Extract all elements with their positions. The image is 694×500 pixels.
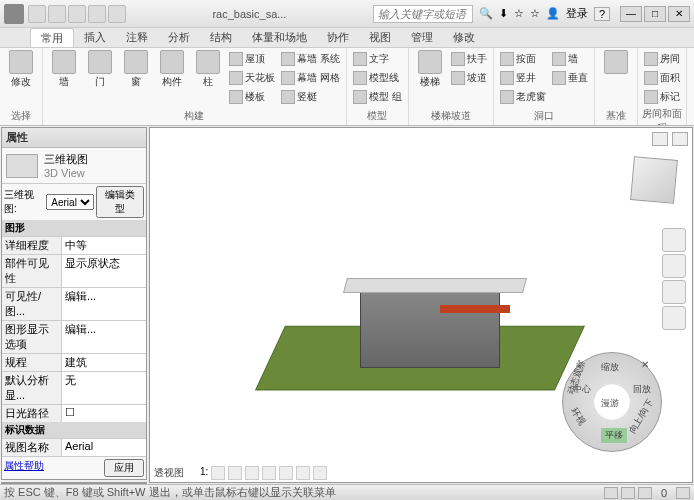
stair-button[interactable]: 楼梯 (413, 50, 447, 89)
crop-region-icon[interactable] (296, 466, 310, 480)
tab-manage[interactable]: 管理 (401, 28, 443, 47)
tag-icon (644, 90, 658, 104)
property-row[interactable]: 默认分析显...无 (2, 371, 146, 404)
help-button[interactable]: ? (594, 7, 610, 21)
design-options-icon[interactable] (621, 487, 635, 499)
minimize-button[interactable]: — (620, 6, 642, 22)
by-face-button[interactable]: 按面 (498, 50, 548, 68)
editable-only-icon[interactable] (638, 487, 652, 499)
login-label[interactable]: 登录 (566, 6, 588, 21)
window-icon (124, 50, 148, 74)
property-row[interactable]: 图形显示选项编辑... (2, 320, 146, 353)
edit-type-button[interactable]: 编辑类型 (96, 186, 144, 218)
qat-undo-icon[interactable] (68, 5, 86, 23)
wall-opening-button[interactable]: 墙 (550, 50, 590, 68)
view-restore-icon[interactable] (652, 132, 668, 146)
view-close-icon[interactable] (672, 132, 688, 146)
column-button[interactable]: 柱 (191, 50, 225, 89)
tab-view[interactable]: 视图 (359, 28, 401, 47)
door-button[interactable]: 门 (83, 50, 117, 89)
filter-icon[interactable] (676, 487, 690, 499)
property-row[interactable]: 可见性/图...编辑... (2, 287, 146, 320)
qat-redo-icon[interactable] (88, 5, 106, 23)
viewcube[interactable] (630, 156, 678, 204)
set-plane-button[interactable]: 设置 (691, 50, 694, 89)
type-name: 三维视图 (44, 152, 88, 167)
model-line-button[interactable]: 模型线 (351, 69, 404, 87)
qat-print-icon[interactable] (108, 5, 126, 23)
property-row[interactable]: 规程建筑 (2, 353, 146, 371)
floor-button[interactable]: 楼板 (227, 88, 277, 106)
infocenter-icon[interactable]: 🔍 (479, 7, 493, 20)
detail-level-icon[interactable] (211, 466, 225, 480)
roof-icon (229, 52, 243, 66)
properties-help-link[interactable]: 属性帮助 (4, 459, 44, 477)
model-line-icon (353, 71, 367, 85)
close-button[interactable]: ✕ (668, 6, 690, 22)
maximize-button[interactable]: □ (644, 6, 666, 22)
worksets-icon[interactable] (604, 487, 618, 499)
sun-path-icon[interactable] (245, 466, 259, 480)
steering-wheel[interactable]: ✕ 缩放 中心 回放 漫游 平移 环视 向上/向下 动态观察 (562, 352, 662, 452)
vertical-button[interactable]: 垂直 (550, 69, 590, 87)
instance-select[interactable]: Aerial (46, 194, 94, 210)
app-menu-button[interactable] (4, 4, 24, 24)
scale-label[interactable]: 1: (200, 466, 208, 480)
railing-button[interactable]: 扶手 (449, 50, 489, 68)
apply-button[interactable]: 应用 (104, 459, 144, 477)
tab-annotate[interactable]: 注释 (116, 28, 158, 47)
model-text-button[interactable]: 文字 (351, 50, 404, 68)
room-button[interactable]: 房间 (642, 50, 682, 68)
status-bar: 按 ESC 键、F8 键或 Shift+W 退出，或单击鼠标右键以显示关联菜单 … (0, 484, 694, 500)
tag-button[interactable]: 标记 (642, 88, 682, 106)
search-input[interactable] (373, 5, 473, 23)
ceiling-button[interactable]: 天花板 (227, 69, 277, 87)
window-button[interactable]: 窗 (119, 50, 153, 89)
tab-home[interactable]: 常用 (30, 28, 74, 47)
shaft-button[interactable]: 竖井 (498, 69, 548, 87)
hide-isolate-icon[interactable] (313, 466, 327, 480)
group-identity[interactable]: 标识数据 (2, 422, 146, 438)
shadows-icon[interactable] (262, 466, 276, 480)
wheel-close-icon[interactable]: ✕ (641, 359, 655, 373)
component-button[interactable]: 构件 (155, 50, 189, 89)
area-button[interactable]: 面积 (642, 69, 682, 87)
signin-icon[interactable]: 👤 (546, 7, 560, 20)
property-row[interactable]: 日光路径☐ (2, 404, 146, 422)
tab-massing[interactable]: 体量和场地 (242, 28, 317, 47)
steering-wheel-icon[interactable] (662, 228, 686, 252)
model-group-button[interactable]: 模型 组 (351, 88, 404, 106)
property-row[interactable]: 视图名称Aerial (2, 438, 146, 456)
panel-workplane: 设置 显示 参照 平面 查看器 工作平面 (687, 48, 694, 125)
property-row[interactable]: 详细程度中等 (2, 236, 146, 254)
property-row[interactable]: 部件可见性显示原状态 (2, 254, 146, 287)
ramp-button[interactable]: 坡道 (449, 69, 489, 87)
curtain-grid-button[interactable]: 幕墙 网格 (279, 69, 342, 87)
tab-analyze[interactable]: 分析 (158, 28, 200, 47)
favorite-icon[interactable]: ☆ (530, 7, 540, 20)
wall-opening-icon (552, 52, 566, 66)
qat-save-icon[interactable] (48, 5, 66, 23)
viewport-3d[interactable]: ✕ 缩放 中心 回放 漫游 平移 环视 向上/向下 动态观察 透视图 1: (149, 127, 693, 483)
wall-button[interactable]: 墙 (47, 50, 81, 89)
tab-modify[interactable]: 修改 (443, 28, 485, 47)
datum-button[interactable] (599, 50, 633, 74)
group-graphics[interactable]: 图形 (2, 220, 146, 236)
visual-style-icon[interactable] (228, 466, 242, 480)
qat-open-icon[interactable] (28, 5, 46, 23)
tab-insert[interactable]: 插入 (74, 28, 116, 47)
modify-button[interactable]: 修改 (4, 50, 38, 89)
shaft-icon (500, 71, 514, 85)
tab-collaborate[interactable]: 协作 (317, 28, 359, 47)
crop-icon[interactable] (279, 466, 293, 480)
dormer-button[interactable]: 老虎窗 (498, 88, 548, 106)
curtain-system-button[interactable]: 幕墙 系统 (279, 50, 342, 68)
tab-structure[interactable]: 结构 (200, 28, 242, 47)
orbit-icon[interactable] (662, 306, 686, 330)
subscription-icon[interactable]: ⬇ (499, 7, 508, 20)
mullion-button[interactable]: 竖梃 (279, 88, 342, 106)
roof-button[interactable]: 屋顶 (227, 50, 277, 68)
exchange-icon[interactable]: ☆ (514, 7, 524, 20)
pan-icon[interactable] (662, 254, 686, 278)
zoom-icon[interactable] (662, 280, 686, 304)
